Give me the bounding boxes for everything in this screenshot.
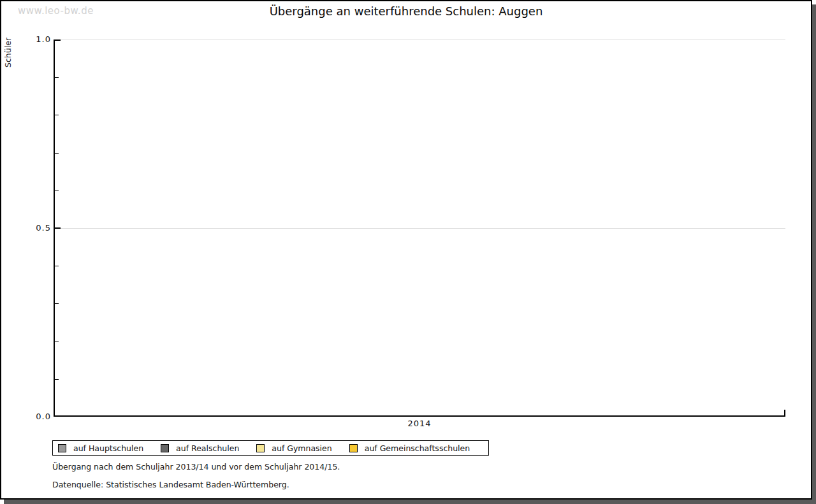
y-tick-label-0.5: 0.5: [24, 224, 51, 233]
gridline-0.5: [55, 228, 785, 229]
footnote-datenquelle: Datenquelle: Statistisches Landesamt Bad…: [52, 480, 289, 489]
legend-item-realschulen: auf Realschulen: [161, 443, 239, 453]
plot-area: [54, 40, 785, 417]
legend-swatch-gemeinschaftsschulen: [349, 444, 358, 452]
x-tick-label-2014: 2014: [394, 419, 445, 428]
legend-swatch-realschulen: [161, 444, 169, 452]
legend-label: auf Realschulen: [176, 443, 239, 453]
y-minor-tick: [55, 191, 59, 191]
gridline-1.0: [55, 40, 785, 40]
legend-item-gemeinschaftsschulen: auf Gemeinschaftsschulen: [349, 443, 470, 453]
legend-item-gymnasien: auf Gymnasien: [256, 443, 332, 453]
y-minor-tick: [55, 77, 59, 78]
y-axis-label: Schüler: [3, 38, 13, 68]
legend-label: auf Hauptschulen: [73, 443, 143, 453]
legend-label: auf Gymnasien: [272, 443, 332, 453]
y-minor-tick: [55, 115, 59, 115]
y-major-tick: [55, 40, 61, 41]
y-minor-tick: [55, 153, 59, 154]
chart-window: www.leo-bw.de Übergänge an weiterführend…: [0, 0, 812, 500]
legend-item-hauptschulen: auf Hauptschulen: [58, 443, 143, 453]
y-tick-label-0.0: 0.0: [24, 412, 51, 421]
legend: auf Hauptschulen auf Realschulen auf Gym…: [52, 440, 489, 456]
chart-title: Übergänge an weiterführende Schulen: Aug…: [1, 4, 811, 18]
y-major-tick: [55, 227, 61, 229]
y-minor-tick: [55, 342, 59, 342]
y-tick-label-1.0: 1.0: [24, 35, 51, 44]
y-minor-tick: [55, 303, 59, 304]
footnote-schuljahr: Übergang nach dem Schuljahr 2013/14 und …: [52, 462, 340, 472]
legend-swatch-hauptschulen: [58, 444, 66, 452]
y-minor-tick: [55, 379, 59, 380]
legend-swatch-gymnasien: [256, 444, 265, 452]
legend-label: auf Gemeinschaftsschulen: [365, 443, 470, 453]
y-minor-tick: [55, 266, 59, 266]
x-axis-end-tick: [784, 410, 785, 415]
